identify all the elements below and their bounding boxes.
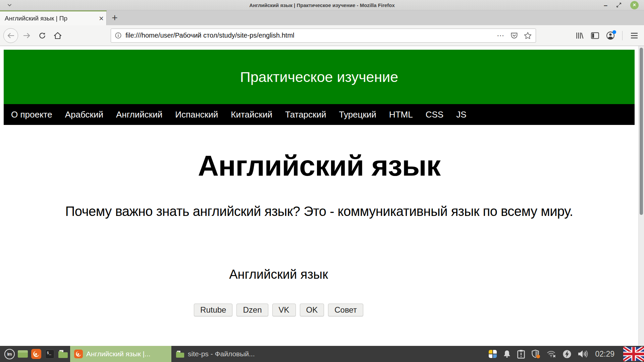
reload-icon [39, 32, 46, 39]
window-controls: – × [604, 1, 639, 9]
url-text[interactable]: file:///home/user/Рабочий стол/study/sit… [125, 32, 493, 39]
site-info-icon[interactable] [115, 32, 121, 39]
browser-viewport: Практическое изучение О проектеАрабскийА… [0, 46, 644, 346]
terminal-launcher[interactable]: $_ [43, 346, 56, 362]
page-subheading: Английский язык [4, 267, 553, 282]
site-nav-link[interactable]: Английский [116, 109, 162, 120]
scrollbar[interactable] [638, 46, 644, 346]
site-nav-link[interactable]: Турецкий [339, 109, 376, 120]
toolbar-right-icons [573, 29, 641, 42]
files-launcher[interactable] [56, 346, 70, 362]
forward-button[interactable] [20, 29, 34, 42]
library-icon[interactable] [573, 29, 586, 42]
page-intro: Почему важно знать английский язык? Это … [4, 203, 635, 219]
link-button[interactable]: Rutube [194, 304, 232, 316]
pocket-icon[interactable] [511, 32, 518, 39]
back-button[interactable] [3, 28, 18, 43]
firefox-icon [74, 350, 83, 358]
forward-arrow-icon [23, 32, 31, 39]
power-manager-icon[interactable] [562, 350, 572, 359]
volume-icon[interactable] [578, 350, 588, 358]
notification-dot [612, 30, 616, 34]
webpage: Практическое изучение О проектеАрабскийА… [0, 46, 638, 346]
site-banner-title: Практическое изучение [240, 69, 398, 85]
menu-hamburger-icon[interactable] [628, 29, 641, 42]
home-icon [54, 32, 62, 39]
folder-icon [58, 350, 68, 358]
chevron-down-icon[interactable] [7, 4, 12, 6]
page-actions-icon[interactable]: ⋯ [497, 34, 504, 37]
firefox-window: Английский язык | Практическое изучение … [0, 0, 644, 362]
reload-button[interactable] [36, 29, 49, 42]
site-nav-link[interactable]: JS [456, 109, 466, 120]
titlebar[interactable]: Английский язык | Практическое изучение … [0, 0, 644, 10]
show-desktop-button[interactable] [16, 346, 30, 362]
clock[interactable]: 02:29 [595, 350, 614, 359]
workspace-colors-icon[interactable] [489, 350, 497, 358]
restore-button[interactable] [616, 2, 622, 8]
link-button[interactable]: VK [272, 304, 296, 316]
home-button[interactable] [51, 29, 64, 42]
taskbar-window-label: Английский язык |... [86, 350, 151, 358]
keyboard-layout-flag-icon[interactable] [623, 347, 644, 361]
page-heading: Английский язык [4, 150, 635, 182]
desktop-icon [18, 350, 28, 358]
site-nav-link[interactable]: Татарский [285, 109, 326, 120]
notifications-bell-icon[interactable] [503, 350, 511, 358]
firefox-icon [31, 349, 41, 359]
mint-logo-icon: lm [4, 349, 15, 359]
back-arrow-icon [7, 32, 15, 39]
tab-close-icon[interactable]: × [99, 14, 104, 22]
restore-icon [616, 2, 622, 8]
navigation-toolbar: file:///home/user/Рабочий стол/study/sit… [0, 25, 644, 46]
taskbar-window-firefox[interactable]: Английский язык |... [70, 346, 171, 362]
minimize-button[interactable]: – [604, 3, 607, 7]
site-nav-link[interactable]: HTML [389, 109, 413, 120]
new-tab-button[interactable]: + [107, 10, 123, 25]
site-nav-link[interactable]: Испанский [175, 109, 218, 120]
site-nav-link[interactable]: Китайский [231, 109, 272, 120]
system-tray: 02:29 [489, 347, 644, 361]
tab-title: Английский язык | Пр [5, 15, 99, 22]
link-buttons-row: RutubeDzenVKOKСовет [4, 304, 553, 316]
wifi-disconnected-icon[interactable] [546, 350, 556, 358]
taskbar-window-files[interactable]: site-ps - Файловый... [171, 346, 269, 362]
link-button[interactable]: Dzen [236, 304, 268, 316]
link-button[interactable]: OK [300, 304, 324, 316]
folder-icon [176, 351, 184, 358]
url-bar[interactable]: file:///home/user/Рабочий стол/study/sit… [111, 29, 536, 43]
site-nav-link[interactable]: Арабский [65, 109, 103, 120]
site-nav-link[interactable]: CSS [426, 109, 443, 120]
update-manager-icon[interactable] [517, 350, 525, 359]
firewall-shield-icon[interactable] [531, 349, 540, 359]
site-nav: О проектеАрабскийАнглийскийИспанскийКита… [4, 104, 635, 125]
mint-menu-button[interactable]: lm [3, 346, 16, 362]
taskbar-window-label: site-ps - Файловый... [188, 350, 255, 358]
scrollbar-thumb[interactable] [640, 48, 643, 215]
sidebar-icon[interactable] [589, 29, 601, 42]
toolbar-separator [622, 31, 623, 40]
close-button[interactable]: × [630, 1, 639, 9]
url-bar-actions: ⋯ [497, 32, 532, 39]
firefox-launcher[interactable] [30, 346, 43, 362]
tab-bar: Английский язык | Пр × + [0, 10, 644, 25]
tab-english[interactable]: Английский язык | Пр × [0, 10, 107, 25]
site-banner: Практическое изучение [4, 50, 635, 104]
account-icon[interactable] [604, 29, 617, 42]
bookmark-star-icon[interactable] [524, 32, 532, 39]
taskbar: lm $_ [0, 346, 644, 362]
terminal-icon: $_ [45, 350, 54, 359]
media-block: Английский язык RutubeDzenVKOKСовет [4, 267, 553, 317]
window-title: Английский язык | Практическое изучение … [0, 2, 644, 8]
site-nav-link[interactable]: О проекте [11, 109, 52, 120]
link-button[interactable]: Совет [328, 304, 363, 316]
